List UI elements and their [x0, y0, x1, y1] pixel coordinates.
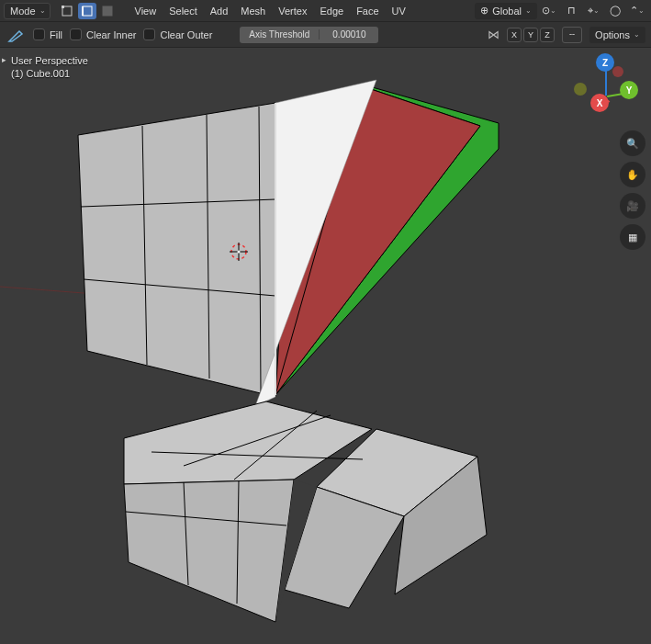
pivot-icon: ⊙	[542, 5, 550, 17]
select-mode-face-icon[interactable]	[98, 3, 117, 19]
viewport-info-line2: (1) Cube.001	[11, 68, 88, 79]
header-bar: Mode ⌄ View Select Add Mesh Vertex Edge …	[0, 0, 651, 22]
camera-view-button[interactable]: 🎥	[620, 193, 645, 219]
zoom-icon: 🔍	[626, 138, 639, 150]
snap-toggle[interactable]: ⊓	[561, 3, 581, 19]
menu-add[interactable]: Add	[205, 1, 234, 21]
fill-label: Fill	[50, 29, 62, 40]
pivot-dropdown[interactable]: ⊙⌄	[539, 3, 559, 19]
falloff-icon: ⌃	[630, 5, 638, 17]
clear-outer-label: Clear Outer	[160, 29, 212, 40]
mode-label: Mode	[10, 6, 36, 17]
mesh-lower-block	[124, 401, 487, 622]
gizmo-z-axis[interactable]: Z	[596, 53, 614, 72]
checkbox-icon	[70, 28, 82, 40]
svg-marker-12	[124, 480, 294, 622]
menu-mesh[interactable]: Mesh	[235, 1, 271, 21]
gizmo-x-axis[interactable]: X	[590, 94, 609, 112]
proportional-falloff-dropdown[interactable]: ⌃⌄	[627, 3, 647, 19]
menu-view[interactable]: View	[129, 1, 163, 21]
symmetry-y-toggle[interactable]: Y	[523, 28, 538, 42]
chevron-down-icon: ⌄	[39, 6, 46, 15]
options-dropdown[interactable]: Options ⌄	[589, 27, 645, 43]
proportional-icon: ◯	[610, 5, 621, 17]
globe-icon: ⊕	[480, 5, 488, 17]
menu-select[interactable]: Select	[163, 1, 203, 21]
svg-rect-30	[103, 6, 112, 16]
transform-orientation-dropdown[interactable]: ⊕ Global ⌄	[475, 3, 537, 19]
snap-dropdown[interactable]: ⌖⌄	[583, 3, 603, 19]
viewport-side-tools: 🔍 ✋ 🎥 ▦	[620, 130, 645, 250]
symmetry-x-toggle[interactable]: X	[507, 28, 522, 42]
knife-tool-icon	[6, 25, 26, 45]
fill-checkbox[interactable]: Fill	[33, 28, 62, 40]
menu-vertex[interactable]: Vertex	[273, 1, 312, 21]
auto-merge-toggle[interactable]: ╌	[562, 27, 582, 43]
svg-rect-28	[83, 6, 92, 16]
mode-dropdown[interactable]: Mode ⌄	[4, 3, 51, 19]
gizmo-neg-axis[interactable]	[574, 83, 587, 96]
camera-icon: 🎥	[626, 200, 639, 212]
menu-face[interactable]: Face	[351, 1, 384, 21]
svg-point-25	[238, 251, 241, 254]
magnet-icon: ⊓	[567, 5, 576, 17]
pan-button[interactable]: ✋	[620, 162, 645, 187]
viewport-info-line1: User Perspective	[11, 55, 88, 66]
options-label: Options	[595, 29, 630, 40]
checkbox-icon	[143, 28, 155, 40]
chevron-down-icon: ⌄	[525, 6, 532, 15]
symmetry-xyz-group: X Y Z	[507, 28, 555, 42]
clear-inner-label: Clear Inner	[86, 29, 136, 40]
axis-threshold-field[interactable]: Axis Threshold 0.00010	[240, 27, 378, 43]
tool-settings-bar: Fill Clear Inner Clear Outer Axis Thresh…	[0, 22, 651, 48]
sidebar-expand-chevron[interactable]: ▸	[2, 55, 9, 66]
viewport-info-overlay: User Perspective (1) Cube.001	[11, 55, 88, 79]
proportional-edit-toggle[interactable]: ◯	[605, 3, 625, 19]
mesh-symmetry-icon[interactable]: ⋈	[488, 28, 499, 41]
menu-uv[interactable]: UV	[387, 1, 411, 21]
svg-rect-27	[62, 6, 64, 8]
symmetry-z-toggle[interactable]: Z	[540, 28, 555, 42]
navigation-gizmo[interactable]: Z Y X	[572, 53, 638, 119]
checkbox-icon	[33, 28, 45, 40]
clear-inner-checkbox[interactable]: Clear Inner	[70, 28, 136, 40]
menu-edge[interactable]: Edge	[314, 1, 349, 21]
orientation-label: Global	[492, 6, 522, 17]
grid-icon: ▦	[628, 232, 637, 243]
zoom-button[interactable]: 🔍	[620, 130, 645, 156]
chevron-down-icon: ⌄	[634, 30, 640, 39]
axis-threshold-value: 0.00010	[319, 29, 378, 40]
perspective-toggle-button[interactable]: ▦	[620, 224, 645, 250]
viewport-3d[interactable]	[0, 48, 651, 644]
axis-threshold-label: Axis Threshold	[240, 29, 319, 40]
gizmo-neg-axis[interactable]	[612, 66, 623, 77]
clear-outer-checkbox[interactable]: Clear Outer	[143, 28, 212, 40]
select-mode-edge-icon[interactable]	[78, 3, 96, 19]
gizmo-y-axis[interactable]: Y	[620, 81, 638, 99]
automerge-icon: ╌	[569, 29, 575, 40]
svg-marker-1	[78, 103, 275, 397]
select-mode-vertex-icon[interactable]	[58, 3, 76, 19]
hand-icon: ✋	[626, 169, 639, 181]
